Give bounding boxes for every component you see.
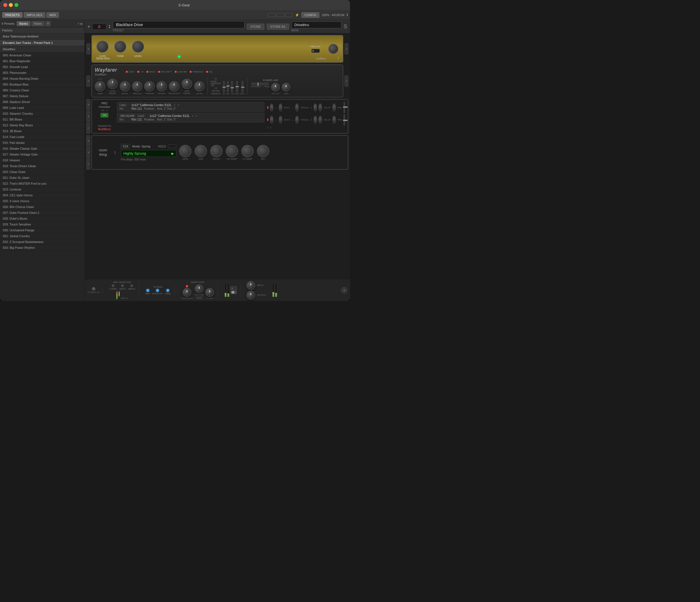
pedal-close-btn[interactable]: ×	[345, 43, 348, 54]
reverb-mix-knob[interactable]	[257, 145, 269, 157]
minimize-button[interactable]	[9, 3, 13, 7]
reverb-pause-btn[interactable]: ⏸	[86, 147, 90, 158]
amp-intensity-knob[interactable]	[169, 81, 179, 91]
store-as-button[interactable]: STORE AS	[267, 24, 289, 30]
preset-005[interactable]: 005: Boutique Blue	[0, 82, 84, 87]
bank-name-input[interactable]	[292, 21, 342, 28]
preset-006[interactable]: 006: Creamy Clean	[0, 87, 84, 93]
preset-027[interactable]: 027: Duke Pushed Clean 2	[0, 210, 84, 216]
hicut-knob[interactable]	[271, 83, 280, 91]
cab2-delay-knob[interactable]	[319, 116, 322, 124]
cab2-bass-knob[interactable]	[279, 116, 282, 124]
pedal-level-knob[interactable]	[132, 41, 144, 53]
cab1-fader[interactable]	[344, 102, 345, 113]
preset-032[interactable]: 032: Z Scooped Basketweave	[0, 239, 84, 245]
preset-007[interactable]: 007: Steely Deluxe	[0, 93, 84, 99]
amp-close-btn[interactable]: ×	[345, 76, 348, 87]
floor-knob[interactable]	[205, 288, 214, 297]
cab2-fader[interactable]	[344, 114, 345, 125]
info-button[interactable]: ℹ	[347, 13, 348, 17]
preset-nav[interactable]: ▲ ▼	[108, 24, 110, 29]
amp-bass-indicator[interactable]	[146, 71, 148, 73]
sidebar-add-button[interactable]: +	[46, 21, 51, 26]
close-button[interactable]	[3, 3, 7, 7]
presets-tab[interactable]: PRESETS	[2, 12, 23, 18]
cab2-bypass-knob[interactable]	[270, 116, 273, 124]
fullscreen-button[interactable]	[15, 3, 18, 7]
sidebar-notes-tab[interactable]: Notes	[31, 21, 45, 26]
preset-008[interactable]: 008: Stadium Shred	[0, 99, 84, 105]
reverb-close-btn[interactable]: ×	[86, 159, 90, 169]
pedal-gain-knob[interactable]	[96, 41, 108, 53]
reverb-lfdamp-knob[interactable]	[242, 145, 254, 157]
preset-012[interactable]: 012: Steely Ray Blues	[0, 123, 84, 128]
impulses-tab[interactable]: IMPULSES	[24, 12, 45, 18]
amp-speed-knob[interactable]	[156, 81, 167, 91]
cab2-next-btn[interactable]: >	[196, 114, 198, 117]
release-knob[interactable]	[195, 284, 204, 293]
preset-015[interactable]: 015: Pali vibrato	[0, 140, 84, 146]
reverb-hold-toggle[interactable]	[168, 145, 176, 148]
chain-add-button[interactable]: +	[88, 24, 90, 29]
preset-022[interactable]: 022: That's MISTER Ford to you	[0, 181, 84, 187]
preset-000[interactable]: 000: American Clean	[0, 52, 84, 58]
pedal-collapse-btn[interactable]: ⚙	[86, 43, 90, 54]
cab-settings-btn[interactable]: ⚙	[86, 99, 90, 110]
amp-gain-knob[interactable]	[95, 81, 105, 91]
amp-iii-indicator[interactable]	[137, 71, 139, 73]
sidebar-close-button[interactable]: ✕ ▶	[77, 22, 83, 26]
preset-014[interactable]: 014: Fast Leslie	[0, 134, 84, 140]
sidebar-bank-artur[interactable]: Artur Tadevosyan Ambient	[0, 33, 84, 40]
preset-009[interactable]: 009: Luke Lead	[0, 105, 84, 111]
cab1-next-btn[interactable]: >	[177, 104, 179, 107]
output-knob[interactable]	[246, 291, 255, 299]
preset-024[interactable]: 024: CE1 style chorus	[0, 192, 84, 198]
cab1-bass-knob[interactable]	[279, 104, 282, 111]
preset-013[interactable]: 013: JB Blues	[0, 128, 84, 134]
preset-033[interactable]: 033: Big Power Rhythm	[0, 245, 84, 251]
amp-leaddrive-knob[interactable]	[107, 79, 118, 89]
preset-031[interactable]: 031: Jackal Country	[0, 233, 84, 239]
reverb-size-knob[interactable]	[195, 145, 207, 157]
preset-018[interactable]: 018: Heaven	[0, 157, 84, 163]
cab-close-btn[interactable]: ×	[86, 123, 90, 134]
reverb-settings-btn[interactable]: ⚙	[86, 135, 90, 146]
cab2-pan-knob[interactable]	[332, 116, 336, 124]
amp-eq-indicator[interactable]	[206, 71, 208, 73]
preset-021[interactable]: 021: Duke SL clean	[0, 175, 84, 181]
pedal-tone-knob[interactable]	[114, 41, 126, 53]
threshold-knob[interactable]	[182, 288, 192, 297]
preset-029[interactable]: 029: Touch Sensitive	[0, 221, 84, 228]
sidebar-bank-elevated[interactable]: Elevated Jam Tracks - Preset Pack 1	[0, 40, 84, 46]
settings-wheel-btn[interactable]: ⚙	[341, 287, 347, 293]
reverb-decay-knob[interactable]	[210, 145, 223, 157]
reverb-hfdamp-knob[interactable]	[226, 145, 238, 157]
channel-stereo-btn[interactable]: ▊▊	[230, 291, 237, 294]
preset-020[interactable]: 020: Clean Duke	[0, 169, 84, 175]
preset-003[interactable]: 003: Plexmonster	[0, 70, 84, 76]
preset-002[interactable]: 002: Smooth Lead	[0, 64, 84, 70]
input-knob[interactable]	[246, 281, 255, 290]
preset-011[interactable]: 011: BB Blues	[0, 116, 84, 123]
cab1-delay-knob[interactable]	[319, 104, 322, 111]
amp-middle-knob[interactable]	[132, 81, 143, 91]
preset-next-btn[interactable]: ▼	[108, 27, 110, 29]
cab2-treble-knob[interactable]	[295, 116, 299, 124]
midi-tab[interactable]: MIDI	[46, 12, 59, 18]
cab1-z-knob[interactable]	[314, 104, 317, 111]
preset-016[interactable]: 016: Stealer Classic Gain	[0, 146, 84, 152]
amp-treble-knob[interactable]	[144, 81, 155, 91]
reverb-data-knob[interactable]	[179, 145, 192, 157]
store-button[interactable]: STORE	[247, 24, 265, 30]
preset-026[interactable]: 026: 80s Chorus Clean	[0, 204, 84, 210]
amp-level-knob[interactable]	[194, 81, 205, 91]
cab-on-button[interactable]: ON	[101, 113, 108, 117]
cab1-prev-btn[interactable]: <	[174, 104, 176, 107]
amp-midshift-indicator[interactable]	[158, 71, 160, 73]
preset-name-input[interactable]	[113, 21, 245, 28]
preset-001[interactable]: 001: Blue Klaptonite	[0, 58, 84, 64]
cab-pause-btn[interactable]: ⏸	[86, 111, 90, 122]
sag-knob[interactable]	[282, 83, 291, 91]
preset-004[interactable]: 004: House Burning Down	[0, 76, 84, 82]
cab2-onslave-label[interactable]: ON / SLAVE	[120, 114, 135, 117]
